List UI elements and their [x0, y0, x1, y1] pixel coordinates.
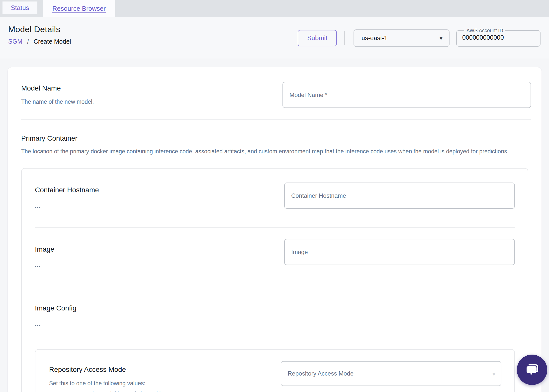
aws-account-id-fieldset: AWS Account ID — [456, 28, 541, 47]
page-title: Model Details — [8, 24, 71, 34]
model-name-info: Model Name The name of the new model. — [21, 82, 282, 106]
tab-bar: Status Resource Browser — [0, 0, 549, 17]
container-hostname-row: Container Hostname ••• — [35, 185, 515, 210]
chat-bubbles-icon — [524, 362, 540, 378]
field-divider — [35, 287, 515, 287]
field-divider — [35, 227, 515, 228]
container-hostname-info: Container Hostname ••• — [35, 185, 284, 210]
tab-status-label: Status — [11, 4, 29, 12]
breadcrumb-separator: / — [27, 38, 29, 45]
model-name-input[interactable] — [282, 82, 531, 108]
image-expand-toggle[interactable]: ••• — [35, 264, 41, 269]
tab-resource-browser-label: Resource Browser — [52, 5, 106, 12]
primary-container-heading: Primary Container — [21, 134, 531, 142]
aws-account-id-input[interactable] — [462, 34, 535, 41]
chat-widget-button[interactable] — [517, 355, 547, 385]
primary-container-description: The location of the primary docker image… — [21, 147, 528, 156]
repository-access-mode-info: Repository Access Mode Set this to one o… — [49, 365, 281, 392]
image-config-heading: Image Config — [35, 304, 515, 312]
region-dropdown-value: us-east-1 — [362, 34, 387, 42]
chevron-down-icon: ▾ — [440, 35, 443, 42]
option-platform-text: - The model image is hosted in Amazon EC… — [84, 391, 201, 392]
page-header: Model Details SGM / Create Model Submit … — [0, 17, 549, 59]
image-info: Image ••• — [35, 244, 284, 269]
model-name-description: The name of the new model. — [21, 97, 282, 106]
create-model-form-card: Model Name The name of the new model. Pr… — [7, 67, 542, 392]
image-row: Image ••• — [35, 244, 515, 269]
tab-resource-browser[interactable]: Resource Browser — [43, 0, 115, 17]
repository-access-mode-intro: Set this to one of the following values: — [49, 380, 281, 387]
header-divider — [344, 31, 345, 45]
tab-status[interactable]: Status — [2, 1, 37, 14]
model-name-row: Model Name The name of the new model. — [21, 82, 531, 108]
breadcrumb: SGM / Create Model — [8, 38, 71, 45]
repository-access-mode-select-wrap: ▾ — [281, 361, 501, 386]
aws-account-id-label: AWS Account ID — [464, 28, 505, 33]
model-name-heading: Model Name — [21, 84, 282, 92]
header-controls: Submit us-east-1 ▾ AWS Account ID — [298, 17, 541, 59]
section-divider — [21, 119, 531, 120]
title-block: Model Details SGM / Create Model — [8, 24, 71, 45]
container-hostname-input[interactable] — [284, 183, 515, 209]
container-hostname-heading: Container Hostname — [35, 186, 284, 194]
container-hostname-expand-toggle[interactable]: ••• — [35, 205, 41, 210]
submit-button[interactable]: Submit — [298, 30, 337, 46]
image-config-group: Repository Access Mode Set this to one o… — [35, 349, 515, 392]
image-config-expand-toggle[interactable]: ••• — [35, 323, 41, 328]
image-heading: Image — [35, 245, 284, 253]
repository-access-mode-heading: Repository Access Mode — [49, 366, 281, 374]
image-input[interactable] — [284, 239, 515, 265]
repository-access-mode-select[interactable] — [281, 361, 501, 386]
region-dropdown[interactable]: us-east-1 ▾ — [354, 29, 450, 47]
primary-container-group: Container Hostname ••• Image ••• Image C… — [21, 168, 528, 392]
breadcrumb-parent-link[interactable]: SGM — [8, 38, 22, 45]
option-platform: Platform - The model image is hosted in … — [49, 390, 281, 392]
repository-access-mode-row: Repository Access Mode Set this to one o… — [49, 365, 501, 392]
repository-access-mode-options-list: Platform - The model image is hosted in … — [49, 390, 281, 392]
breadcrumb-current: Create Model — [34, 38, 71, 45]
